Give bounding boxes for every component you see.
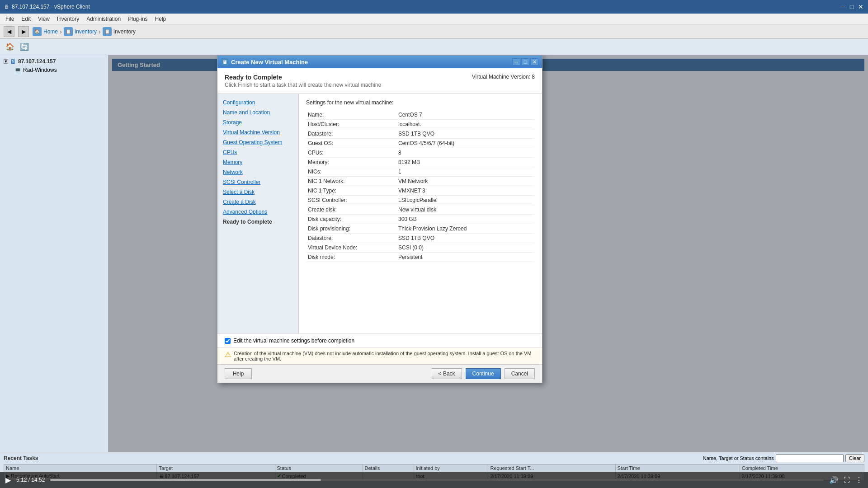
wizard-nav: Configuration Name and Location Storage … <box>217 94 299 333</box>
setting-label: NIC 1 Type: <box>306 186 396 196</box>
wizard-nav-create-disk[interactable]: Create a Disk <box>217 197 298 207</box>
tasks-column-header: Start Time <box>615 465 740 472</box>
title-bar: 🖥 87.107.124.157 - vSphere Client ─ □ ✕ <box>0 0 868 14</box>
back-button[interactable]: < Back <box>432 368 462 379</box>
cancel-button[interactable]: Cancel <box>505 368 535 379</box>
settings-row: Datastore:SSD 1TB QVO <box>306 234 535 243</box>
settings-row: Memory:8192 MB <box>306 158 535 167</box>
nav-bar: ◀ ▶ 🏠 Home › 📋 Inventory › 📋 Inventory <box>0 24 868 39</box>
wizard-nav-guest-os[interactable]: Guest Operating System <box>217 137 298 147</box>
wizard-nav-name-location[interactable]: Name and Location <box>217 108 298 117</box>
warning-icon: ⚠ <box>225 350 231 359</box>
menu-inventory[interactable]: Inventory <box>53 15 83 23</box>
setting-label: Datastore: <box>306 129 396 139</box>
menu-view[interactable]: View <box>34 15 53 23</box>
help-button[interactable]: Help <box>225 368 252 379</box>
content-area: Getting Started 🖥 Create New Virtual Mac… <box>108 55 868 452</box>
edit-settings-checkbox[interactable] <box>225 338 231 344</box>
close-button[interactable]: ✕ <box>857 3 864 10</box>
setting-label: Disk mode: <box>306 253 396 262</box>
dialog-title-icon: 🖥 <box>221 58 228 66</box>
wizard-nav-cpus[interactable]: CPUs <box>217 147 298 157</box>
dialog-controls: ─ □ ✕ <box>512 58 538 66</box>
maximize-button[interactable]: □ <box>848 3 855 10</box>
wizard-nav-ready: Ready to Complete <box>217 217 298 227</box>
volume-button[interactable]: 🔊 <box>829 476 838 484</box>
dialog-maximize-button[interactable]: □ <box>521 58 529 66</box>
wizard-nav-vm-version[interactable]: Virtual Machine Version <box>217 127 298 137</box>
video-time: 5:12 / 14:52 <box>16 477 45 483</box>
tasks-filter: Name, Target or Status contains Clear <box>703 454 864 462</box>
dialog-version: Virtual Machine Version: 8 <box>472 74 535 80</box>
wizard-nav-network[interactable]: Network <box>217 167 298 177</box>
setting-value: 300 GB <box>396 215 535 224</box>
breadcrumb-inventory-link[interactable]: Inventory <box>75 28 97 35</box>
nav-back-button[interactable]: ◀ <box>4 26 14 37</box>
dialog-body: Configuration Name and Location Storage … <box>217 94 542 333</box>
settings-row: Datastore:SSD 1TB QVO <box>306 129 535 139</box>
settings-row: Disk provisioning:Thick Provision Lazy Z… <box>306 224 535 234</box>
wizard-nav-configuration[interactable]: Configuration <box>217 98 298 108</box>
settings-row: Guest OS:CentOS 4/5/6/7 (64-bit) <box>306 139 535 148</box>
sidebar-item-expand[interactable]: ▼ 🖥 87.107.124.157 <box>2 57 106 66</box>
setting-label: Memory: <box>306 158 396 167</box>
menu-plugins[interactable]: Plug-ins <box>124 15 151 23</box>
wizard-content: Settings for the new virtual machine: Na… <box>299 94 542 333</box>
tool-refresh-button[interactable]: 🔄 <box>18 41 31 53</box>
menu-administration[interactable]: Administration <box>83 15 124 23</box>
clear-button[interactable]: Clear <box>845 454 864 462</box>
tasks-column-header: Completed Time <box>740 465 864 472</box>
setting-label: Virtual Device Node: <box>306 243 396 253</box>
settings-row: Disk capacity:300 GB <box>306 215 535 224</box>
tasks-column-header: Initiated by <box>414 465 488 472</box>
setting-value: SCSI (0:0) <box>396 243 535 253</box>
sidebar-vm-name[interactable]: Rad-Windows <box>23 67 57 73</box>
nav-forward-button[interactable]: ▶ <box>18 26 29 37</box>
dialog-step-title: Ready to Complete <box>225 74 381 81</box>
dialog-close-button[interactable]: ✕ <box>530 58 538 66</box>
settings-row: Host/Cluster:localhost. <box>306 120 535 129</box>
video-progress-bar[interactable] <box>50 479 824 481</box>
setting-value: localhost. <box>396 120 535 129</box>
video-controls: ▶ 5:12 / 14:52 🔊 ⛶ ⋮ <box>0 472 868 488</box>
setting-label: NIC 1 Network: <box>306 177 396 186</box>
settings-table: Name:CentOS 7Host/Cluster:localhost.Data… <box>306 110 535 262</box>
setting-value: Persistent <box>396 253 535 262</box>
wizard-nav-advanced[interactable]: Advanced Options <box>217 207 298 217</box>
wizard-nav-select-disk[interactable]: Select a Disk <box>217 187 298 197</box>
setting-value: New virtual disk <box>396 205 535 215</box>
wizard-nav-scsi[interactable]: SCSI Controller <box>217 177 298 187</box>
menu-edit[interactable]: Edit <box>18 15 34 23</box>
breadcrumb-inventory2-icon: 📋 <box>103 27 112 36</box>
breadcrumb-home[interactable]: Home <box>43 28 58 35</box>
continue-button[interactable]: Continue <box>466 368 501 379</box>
expand-icon[interactable]: ▼ <box>4 59 8 64</box>
setting-label: Datastore: <box>306 234 396 243</box>
tool-home-button[interactable]: 🏠 <box>4 41 16 53</box>
wizard-nav-memory[interactable]: Memory <box>217 157 298 167</box>
setting-label: NICs: <box>306 167 396 177</box>
tasks-filter-input[interactable] <box>776 454 844 462</box>
sidebar-host-ip[interactable]: 87.107.124.157 <box>18 58 56 65</box>
play-button[interactable]: ▶ <box>5 476 11 484</box>
setting-label: Name: <box>306 110 396 120</box>
setting-value: VMXNET 3 <box>396 186 535 196</box>
settings-row: NIC 1 Type:VMXNET 3 <box>306 186 535 196</box>
dialog-titlebar: 🖥 Create New Virtual Machine ─ □ ✕ <box>217 56 542 68</box>
wizard-nav-storage[interactable]: Storage <box>217 117 298 127</box>
minimize-button[interactable]: ─ <box>839 3 846 10</box>
filter-label: Name, Target or Status contains <box>703 455 774 461</box>
settings-row: CPUs:8 <box>306 148 535 158</box>
menu-file[interactable]: File <box>2 15 18 23</box>
dialog-minimize-button[interactable]: ─ <box>512 58 520 66</box>
menu-help[interactable]: Help <box>151 15 170 23</box>
sidebar-item-vm[interactable]: 💻 Rad-Windows <box>2 66 106 74</box>
setting-label: Disk provisioning: <box>306 224 396 234</box>
dialog-footer-checkbox: Edit the virtual machine settings before… <box>217 333 542 347</box>
more-options-button[interactable]: ⋮ <box>855 476 863 484</box>
video-progress-fill <box>50 479 321 481</box>
setting-value: 1 <box>396 167 535 177</box>
fullscreen-button[interactable]: ⛶ <box>844 476 850 483</box>
setting-value: 8 <box>396 148 535 158</box>
dialog-header-text: Ready to Complete Click Finish to start … <box>225 74 381 88</box>
